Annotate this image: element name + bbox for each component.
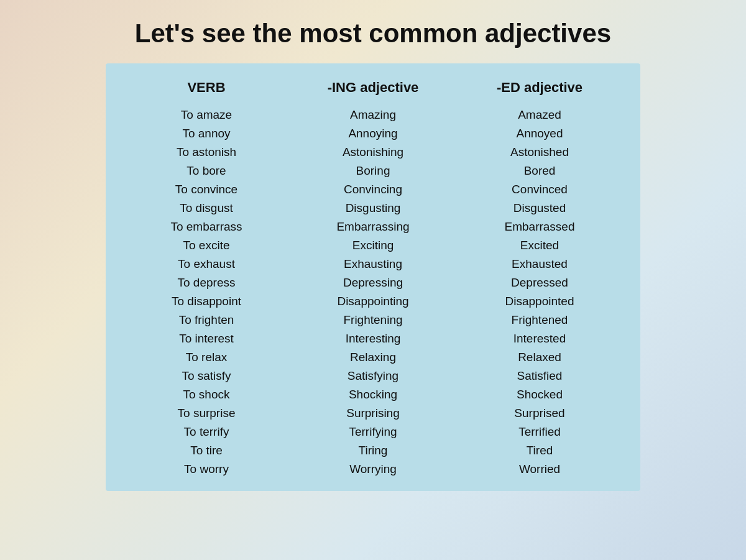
adjectives-table-container: VERB -ING adjective -ED adjective To ama…: [106, 63, 640, 491]
table-row: To boreBoringBored: [124, 162, 622, 180]
cell-ing: Exhausting: [288, 255, 458, 273]
cell-verb: To astonish: [124, 143, 288, 162]
header-ed: -ED adjective: [458, 76, 622, 106]
cell-ing: Exciting: [288, 236, 458, 255]
cell-ing: Tiring: [288, 441, 458, 460]
cell-ed: Embarrassed: [458, 218, 622, 236]
cell-ing: Surprising: [288, 404, 458, 423]
cell-verb: To excite: [124, 236, 288, 255]
cell-ed: Convinced: [458, 180, 622, 199]
header-ing: -ING adjective: [288, 76, 458, 106]
cell-ing: Disgusting: [288, 199, 458, 218]
table-row: To tireTiringTired: [124, 441, 622, 460]
cell-ing: Boring: [288, 162, 458, 180]
cell-verb: To amaze: [124, 106, 288, 124]
cell-ed: Worried: [458, 460, 622, 479]
page-title: Let's see the most common adjectives: [135, 19, 611, 48]
cell-verb: To satisfy: [124, 367, 288, 385]
cell-verb: To annoy: [124, 124, 288, 143]
cell-verb: To embarrass: [124, 218, 288, 236]
table-row: To annoyAnnoyingAnnoyed: [124, 124, 622, 143]
table-row: To exciteExcitingExcited: [124, 236, 622, 255]
cell-ing: Satisfying: [288, 367, 458, 385]
cell-verb: To frighten: [124, 311, 288, 329]
cell-ing: Interesting: [288, 329, 458, 348]
cell-ed: Annoyed: [458, 124, 622, 143]
table-row: To frightenFrighteningFrightened: [124, 311, 622, 329]
table-row: To shockShockingShocked: [124, 385, 622, 404]
cell-ed: Astonished: [458, 143, 622, 162]
table-row: To surpriseSurprisingSurprised: [124, 404, 622, 423]
cell-ed: Satisfied: [458, 367, 622, 385]
adjectives-table: VERB -ING adjective -ED adjective To ama…: [124, 76, 622, 479]
cell-verb: To convince: [124, 180, 288, 199]
cell-verb: To exhaust: [124, 255, 288, 273]
table-row: To exhaustExhaustingExhausted: [124, 255, 622, 273]
cell-verb: To terrify: [124, 423, 288, 441]
cell-verb: To shock: [124, 385, 288, 404]
cell-verb: To disappoint: [124, 292, 288, 311]
cell-ed: Terrified: [458, 423, 622, 441]
cell-ing: Disappointing: [288, 292, 458, 311]
cell-ing: Convincing: [288, 180, 458, 199]
cell-ing: Annoying: [288, 124, 458, 143]
cell-ing: Frightening: [288, 311, 458, 329]
cell-verb: To bore: [124, 162, 288, 180]
cell-ed: Amazed: [458, 106, 622, 124]
table-row: To embarrassEmbarrassingEmbarrassed: [124, 218, 622, 236]
cell-ed: Bored: [458, 162, 622, 180]
table-row: To convinceConvincingConvinced: [124, 180, 622, 199]
table-row: To astonishAstonishingAstonished: [124, 143, 622, 162]
cell-ed: Exhausted: [458, 255, 622, 273]
cell-ed: Disgusted: [458, 199, 622, 218]
table-row: To disgustDisgustingDisgusted: [124, 199, 622, 218]
cell-ed: Relaxed: [458, 348, 622, 367]
cell-ing: Astonishing: [288, 143, 458, 162]
header-verb: VERB: [124, 76, 288, 106]
cell-verb: To relax: [124, 348, 288, 367]
cell-verb: To disgust: [124, 199, 288, 218]
table-row: To terrifyTerrifyingTerrified: [124, 423, 622, 441]
cell-ing: Relaxing: [288, 348, 458, 367]
cell-ed: Excited: [458, 236, 622, 255]
cell-ing: Worrying: [288, 460, 458, 479]
cell-verb: To interest: [124, 329, 288, 348]
table-row: To depressDepressingDepressed: [124, 273, 622, 292]
cell-verb: To surprise: [124, 404, 288, 423]
table-row: To disappointDisappointingDisappointed: [124, 292, 622, 311]
cell-verb: To worry: [124, 460, 288, 479]
table-row: To amazeAmazingAmazed: [124, 106, 622, 124]
cell-ed: Surprised: [458, 404, 622, 423]
cell-ing: Shocking: [288, 385, 458, 404]
cell-ed: Frightened: [458, 311, 622, 329]
cell-ed: Tired: [458, 441, 622, 460]
cell-ed: Disappointed: [458, 292, 622, 311]
cell-verb: To depress: [124, 273, 288, 292]
cell-ing: Depressing: [288, 273, 458, 292]
cell-ing: Amazing: [288, 106, 458, 124]
cell-ed: Interested: [458, 329, 622, 348]
cell-ed: Shocked: [458, 385, 622, 404]
cell-ing: Embarrassing: [288, 218, 458, 236]
cell-verb: To tire: [124, 441, 288, 460]
cell-ing: Terrifying: [288, 423, 458, 441]
table-row: To worryWorryingWorried: [124, 460, 622, 479]
table-row: To relaxRelaxingRelaxed: [124, 348, 622, 367]
cell-ed: Depressed: [458, 273, 622, 292]
table-row: To interestInterestingInterested: [124, 329, 622, 348]
table-row: To satisfySatisfyingSatisfied: [124, 367, 622, 385]
